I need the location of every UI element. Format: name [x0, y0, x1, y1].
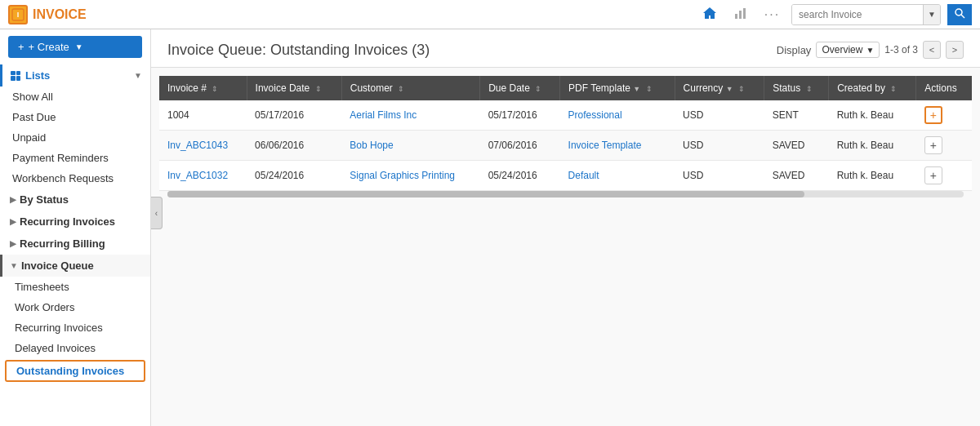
sidebar-invoice-queue-header[interactable]: ▼ Invoice Queue — [0, 255, 150, 277]
svg-text:I: I — [17, 11, 20, 19]
page-header: Invoice Queue: Outstanding Invoices (3) … — [151, 29, 980, 68]
expand-icon-invoice-queue: ▼ — [10, 261, 18, 270]
sidebar-item-workbench-requests[interactable]: Workbench Requests — [0, 168, 150, 189]
col-currency[interactable]: Currency ▼ ⇕ — [675, 76, 764, 100]
recurring-invoices-label: Recurring Invoices — [20, 215, 115, 228]
lists-chevron-icon: ▼ — [134, 71, 142, 80]
action-add-button-1[interactable]: + — [924, 136, 942, 154]
cell-actions-1: + — [916, 131, 972, 161]
table-row: Inv_ABC1043 06/06/2016 Bob Hope 07/06/20… — [159, 131, 972, 161]
main-layout: + + Create ▼ Lists ▼ Show All Past Due U… — [0, 29, 980, 426]
cell-due-date-2: 05/24/2016 — [480, 161, 560, 191]
action-add-button-2[interactable]: + — [924, 166, 942, 184]
table-container: Invoice # ⇕ Invoice Date ⇕ Customer ⇕ Du… — [151, 68, 980, 206]
home-icon — [702, 6, 717, 20]
create-label: + Create — [29, 41, 69, 53]
cell-currency-1: USD — [675, 131, 764, 161]
app-logo: I INVOICE — [8, 5, 87, 24]
action-add-button-0[interactable]: + — [924, 106, 942, 124]
sidebar-item-payment-reminders[interactable]: Payment Reminders — [0, 148, 150, 168]
customer-link-2[interactable]: Signal Graphics Printing — [350, 170, 455, 181]
svg-rect-2 — [735, 14, 737, 19]
cell-actions-2: + — [916, 161, 972, 191]
pdf-template-link-2[interactable]: Default — [568, 170, 599, 181]
sidebar-item-by-status[interactable]: ▶ By Status — [0, 189, 150, 211]
cell-customer-2: Signal Graphics Printing — [341, 161, 479, 191]
search-container: ▼ — [791, 4, 941, 25]
search-go-icon — [954, 7, 965, 19]
sidebar-item-unpaid[interactable]: Unpaid — [0, 127, 150, 148]
top-header: I INVOICE ··· ▼ — [0, 0, 980, 29]
col-due-date[interactable]: Due Date ⇕ — [480, 76, 560, 100]
cell-invoice-num-2: Inv_ABC1032 — [159, 161, 247, 191]
sort-icon-currency: ⇕ — [738, 85, 745, 93]
sidebar-item-past-due[interactable]: Past Due — [0, 107, 150, 127]
cell-due-date-1: 07/06/2016 — [480, 131, 560, 161]
cell-currency-2: USD — [675, 161, 764, 191]
cell-status-1: SAVED — [764, 131, 829, 161]
cell-pdf-template-2: Default — [560, 161, 675, 191]
create-button[interactable]: + + Create ▼ — [8, 36, 142, 58]
invoice-num-link-2[interactable]: Inv_ABC1032 — [167, 170, 228, 181]
invoice-queue-label: Invoice Queue — [21, 260, 94, 272]
pagination-prev-button[interactable]: < — [923, 41, 941, 59]
cell-status-0: SENT — [764, 100, 829, 131]
invoice-num-link-1[interactable]: Inv_ABC1043 — [167, 140, 228, 151]
sidebar-lists-header[interactable]: Lists ▼ — [0, 64, 150, 87]
sort-icon-pdf-template: ⇕ — [646, 85, 653, 93]
chart-button[interactable] — [728, 4, 753, 25]
sort-icon-status: ⇕ — [806, 85, 813, 93]
table-scrollbar[interactable] — [167, 191, 964, 197]
col-status[interactable]: Status ⇕ — [764, 76, 829, 100]
pdf-template-link-0[interactable]: Professional — [568, 109, 622, 121]
search-go-button[interactable] — [947, 4, 972, 25]
table-row: 1004 05/17/2016 Aerial Films Inc 05/17/2… — [159, 100, 972, 131]
by-status-label: By Status — [20, 193, 69, 206]
col-invoice-num[interactable]: Invoice # ⇕ — [159, 76, 247, 100]
col-pdf-template[interactable]: PDF Template ▼ ⇕ — [560, 76, 675, 100]
sidebar: + + Create ▼ Lists ▼ Show All Past Due U… — [0, 29, 151, 426]
sidebar-item-recurring-billing[interactable]: ▶ Recurring Billing — [0, 233, 150, 255]
more-button[interactable]: ··· — [760, 6, 785, 24]
pagination-next-button[interactable]: > — [946, 41, 964, 59]
display-value: Overview — [822, 44, 862, 55]
svg-line-6 — [961, 15, 964, 18]
sidebar-item-timesheets[interactable]: Timesheets — [0, 277, 150, 297]
cell-invoice-num-0: 1004 — [159, 100, 247, 131]
sidebar-item-recurring-invoices-sub[interactable]: Recurring Invoices — [0, 317, 150, 338]
col-invoice-date[interactable]: Invoice Date ⇕ — [247, 76, 341, 100]
search-dropdown-button[interactable]: ▼ — [923, 5, 940, 24]
customer-link-0[interactable]: Aerial Films Inc — [350, 109, 416, 121]
sidebar-item-show-all[interactable]: Show All — [0, 87, 150, 107]
svg-point-5 — [956, 9, 962, 16]
home-button[interactable] — [697, 4, 722, 25]
display-select[interactable]: Overview ▼ — [816, 42, 880, 58]
grid-icon — [11, 71, 20, 81]
next-icon: > — [952, 45, 957, 55]
logo-icon: I — [8, 5, 28, 24]
col-customer[interactable]: Customer ⇕ — [341, 76, 479, 100]
sidebar-item-recurring-invoices[interactable]: ▶ Recurring Invoices — [0, 211, 150, 233]
cell-created-by-2: Ruth k. Beau — [829, 161, 916, 191]
sidebar-item-work-orders[interactable]: Work Orders — [0, 297, 150, 317]
filter-icon-pdf-template: ▼ — [633, 85, 640, 93]
create-plus-icon: + — [18, 41, 24, 53]
display-label: Display — [777, 44, 812, 56]
cell-customer-1: Bob Hope — [341, 131, 479, 161]
cell-pdf-template-0: Professional — [560, 100, 675, 131]
sidebar-collapse-handle[interactable]: ‹ — [151, 197, 163, 229]
col-created-by[interactable]: Created by ⇕ — [829, 76, 916, 100]
cell-invoice-date-1: 06/06/2016 — [247, 131, 341, 161]
cell-customer-0: Aerial Films Inc — [341, 100, 479, 131]
expand-icon-by-status: ▶ — [10, 195, 16, 204]
expand-icon-recurring-invoices: ▶ — [10, 217, 16, 226]
sidebar-top-items: Show All Past Due Unpaid Payment Reminde… — [0, 87, 150, 189]
col-actions: Actions — [916, 76, 972, 100]
pdf-template-link-1[interactable]: Invoice Template — [568, 140, 642, 151]
sidebar-item-outstanding-invoices[interactable]: Outstanding Invoices — [5, 360, 145, 382]
table-header: Invoice # ⇕ Invoice Date ⇕ Customer ⇕ Du… — [159, 76, 972, 100]
lists-label: Lists — [25, 69, 50, 82]
sidebar-item-delayed-invoices[interactable]: Delayed Invoices — [0, 338, 150, 358]
search-input[interactable] — [792, 5, 923, 24]
customer-link-1[interactable]: Bob Hope — [350, 140, 393, 151]
